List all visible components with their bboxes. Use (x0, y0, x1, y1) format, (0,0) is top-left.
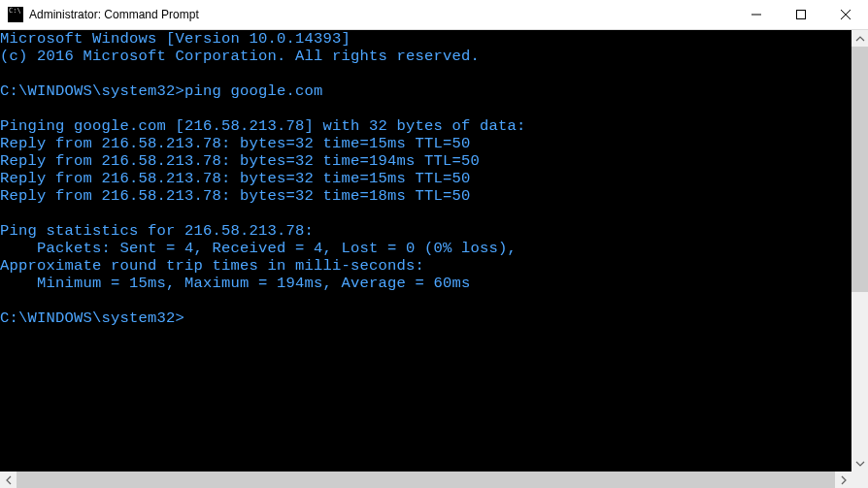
terminal-line: (c) 2016 Microsoft Corporation. All righ… (0, 48, 851, 65)
horizontal-scrollbar[interactable] (0, 472, 851, 488)
terminal-area[interactable]: Microsoft Windows [Version 10.0.14393](c… (0, 30, 868, 488)
terminal-line: Packets: Sent = 4, Received = 4, Lost = … (0, 240, 851, 257)
terminal-line: C:\WINDOWS\system32>ping google.com (0, 82, 851, 100)
terminal-line (0, 205, 851, 222)
scroll-track-horizontal[interactable] (17, 472, 835, 488)
vertical-scrollbar[interactable] (851, 30, 868, 472)
scroll-track-vertical[interactable] (851, 47, 868, 455)
terminal-line: Reply from 216.58.213.78: bytes=32 time=… (0, 152, 851, 170)
terminal-line (0, 292, 851, 309)
terminal-line: Reply from 216.58.213.78: bytes=32 time=… (0, 170, 851, 187)
scroll-thumb-vertical[interactable] (851, 47, 868, 292)
titlebar[interactable]: Administrator: Command Prompt (0, 0, 868, 30)
scroll-down-arrow-icon[interactable] (851, 455, 868, 472)
terminal-line: Pinging google.com [216.58.213.78] with … (0, 117, 851, 135)
terminal-line: Approximate round trip times in milli-se… (0, 257, 851, 275)
svg-rect-1 (797, 11, 806, 19)
app-icon (8, 7, 23, 22)
scroll-thumb-horizontal[interactable] (17, 472, 835, 488)
terminal-line: Reply from 216.58.213.78: bytes=32 time=… (0, 135, 851, 152)
window-controls (734, 0, 868, 29)
terminal-line: Reply from 216.58.213.78: bytes=32 time=… (0, 187, 851, 205)
close-button[interactable] (823, 0, 868, 29)
maximize-button[interactable] (779, 0, 823, 29)
terminal-line: Microsoft Windows [Version 10.0.14393] (0, 30, 851, 48)
terminal-line: Minimum = 15ms, Maximum = 194ms, Average… (0, 275, 851, 292)
scroll-up-arrow-icon[interactable] (851, 30, 868, 47)
terminal-line (0, 100, 851, 117)
terminal-line (0, 65, 851, 82)
terminal-line: Ping statistics for 216.58.213.78: (0, 222, 851, 240)
command-prompt-window: Administrator: Command Prompt Microsoft … (0, 0, 868, 488)
scrollbar-corner (851, 472, 868, 488)
minimize-button[interactable] (734, 0, 779, 29)
terminal-output[interactable]: Microsoft Windows [Version 10.0.14393](c… (0, 30, 851, 327)
terminal-line: C:\WINDOWS\system32> (0, 309, 851, 327)
scroll-right-arrow-icon[interactable] (835, 472, 851, 488)
scroll-left-arrow-icon[interactable] (0, 472, 17, 488)
window-title: Administrator: Command Prompt (29, 8, 734, 21)
